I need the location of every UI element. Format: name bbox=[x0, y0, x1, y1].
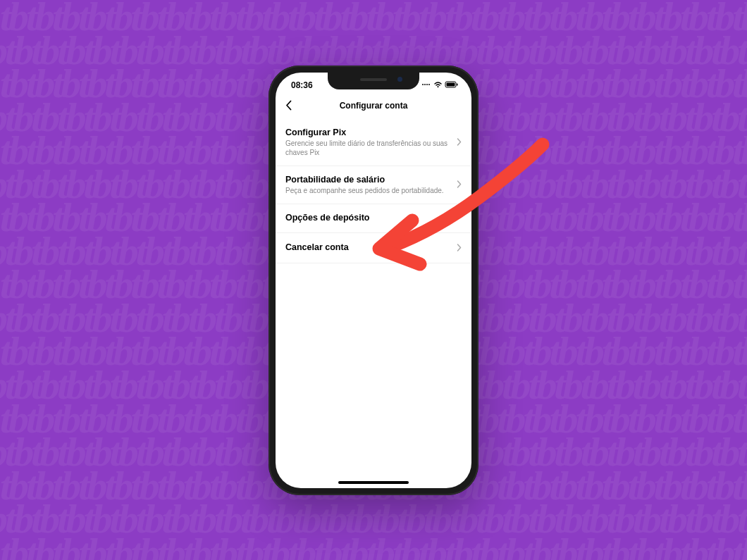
menu-item-content: Cancelar conta bbox=[285, 242, 457, 254]
page-title: Configurar conta bbox=[285, 101, 462, 111]
chevron-right-icon bbox=[457, 178, 462, 191]
svg-point-2 bbox=[426, 84, 428, 85]
svg-rect-7 bbox=[457, 83, 458, 85]
phone-screen: 08:36 bbox=[276, 73, 471, 488]
svg-point-4 bbox=[438, 86, 439, 87]
menu-item-portabilidade[interactable]: Portabilidade de salário Peça e acompanh… bbox=[276, 166, 471, 204]
menu-item-title: Opções de depósito bbox=[285, 213, 456, 223]
svg-rect-6 bbox=[447, 82, 455, 86]
svg-point-1 bbox=[424, 84, 426, 85]
menu-item-content: Portabilidade de salário Peça e acompanh… bbox=[285, 175, 457, 195]
menu-item-content: Opções de depósito bbox=[285, 213, 462, 224]
chevron-right-icon bbox=[457, 242, 462, 254]
status-icons bbox=[421, 80, 459, 90]
menu-item-cancelar-conta[interactable]: Cancelar conta bbox=[276, 233, 471, 263]
menu-item-title: Configurar Pix bbox=[285, 127, 451, 137]
menu-item-configurar-pix[interactable]: Configurar Pix Gerencie seu limite diári… bbox=[276, 119, 471, 166]
chevron-right-icon bbox=[457, 136, 462, 149]
menu-item-title: Cancelar conta bbox=[285, 242, 451, 252]
menu-item-subtitle: Peça e acompanhe seus pedidos de portabi… bbox=[285, 186, 451, 195]
status-time: 08:36 bbox=[288, 80, 313, 90]
home-indicator bbox=[338, 481, 409, 484]
svg-point-3 bbox=[428, 84, 430, 85]
menu-item-opcoes-deposito[interactable]: Opções de depósito bbox=[276, 204, 471, 233]
menu-item-content: Configurar Pix Gerencie seu limite diári… bbox=[285, 127, 457, 157]
menu-item-subtitle: Gerencie seu limite diário de transferên… bbox=[285, 139, 451, 157]
cellular-signal-icon bbox=[421, 80, 431, 90]
menu-item-title: Portabilidade de salário bbox=[285, 175, 451, 185]
header-bar: Configurar conta bbox=[276, 94, 471, 119]
chevron-left-icon bbox=[285, 100, 292, 111]
battery-icon bbox=[445, 80, 459, 90]
menu-list: Configurar Pix Gerencie seu limite diári… bbox=[276, 119, 471, 263]
phone-frame: 08:36 bbox=[268, 66, 479, 495]
phone-notch bbox=[328, 73, 419, 89]
wifi-icon bbox=[433, 80, 443, 90]
back-button[interactable] bbox=[285, 100, 292, 111]
svg-point-0 bbox=[422, 84, 424, 85]
